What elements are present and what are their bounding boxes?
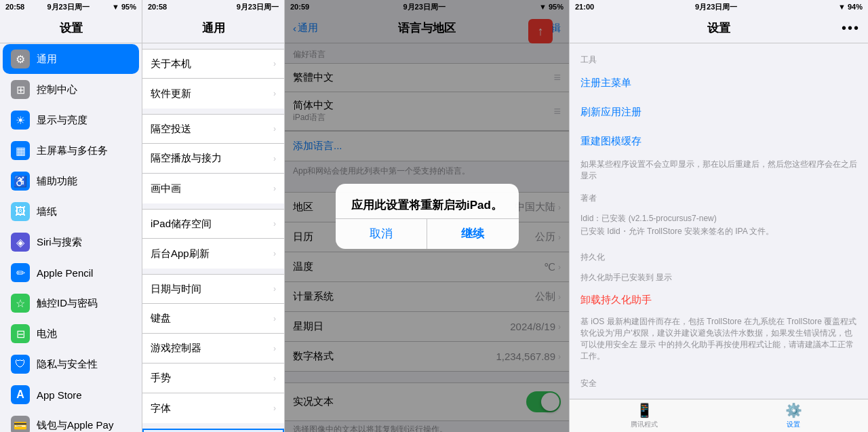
storage-chevron: › xyxy=(273,219,276,229)
general-label: 通用 xyxy=(37,53,134,66)
uninstall-persist-button[interactable]: 卸载持久化助手 xyxy=(570,287,868,313)
item-airdrop[interactable]: 隔空投送 › xyxy=(142,114,284,144)
sidebar-item-homescreen[interactable]: ▦ 主屏幕与多任务 xyxy=(3,136,139,165)
sidebar-item-wallet[interactable]: 💳 钱包与Apple Pay xyxy=(3,410,139,432)
item-gamecontroller[interactable]: 游戏控制器 › xyxy=(142,334,284,364)
item-pip[interactable]: 画中画 › xyxy=(142,174,284,203)
panel1-settings: 20:58 9月23日周一 ▼ 95% 设置 ⚙ 通用 ⊞ 控制中心 ☀ 显示与… xyxy=(0,0,142,432)
tab-settings[interactable]: ⚙️ 设置 xyxy=(719,402,868,429)
sidebar-item-display[interactable]: ☀ 显示与亮度 xyxy=(3,105,139,135)
date-panel4: 9月23日周一 xyxy=(695,2,737,12)
time-panel1: 20:58 xyxy=(5,3,24,11)
fonts-label: 字体 xyxy=(151,402,273,415)
about-chevron: › xyxy=(273,59,276,68)
sidebar-item-wallpaper[interactable]: 🖼 墙纸 xyxy=(3,197,139,227)
privacy-icon: 🛡 xyxy=(11,355,30,374)
wallpaper-label: 墙纸 xyxy=(37,205,134,218)
panel2-general: 20:58 9月23日周一 通用 关于本机 › 软件更新 › 隔空投送 › 隔空… xyxy=(142,0,285,432)
dialog-title: 应用此设置将重新启动iPad。 xyxy=(336,184,519,218)
apps-tab-icon: 📱 xyxy=(636,402,653,418)
persist-desc: 基 iOS 最新构建固件而存在，包括 TrollStore 在九系统在 Trol… xyxy=(570,313,868,367)
rebuild-cache-button[interactable]: 重建图模缓存 xyxy=(570,127,868,156)
pip-chevron: › xyxy=(273,184,276,193)
panel2-nav-header: 通用 xyxy=(142,14,284,43)
item-keyboard[interactable]: 键盘 › xyxy=(142,304,284,334)
more-options-icon[interactable]: ••• xyxy=(842,20,860,36)
applepencil-icon: ✏ xyxy=(11,263,30,282)
dialog-cancel-button[interactable]: 取消 xyxy=(336,219,428,249)
rebuild-label: 重建图模缓存 xyxy=(580,135,857,148)
persist-section-label: 持久化 xyxy=(570,246,868,266)
time-panel2: 20:58 xyxy=(148,3,167,11)
tab-apps[interactable]: 📱 腾讯程式 xyxy=(570,402,719,429)
item-about[interactable]: 关于本机 › xyxy=(142,49,284,79)
storage-label: iPad储存空间 xyxy=(151,218,273,231)
section-storage: iPad储存空间 › 后台App刷新 › xyxy=(142,209,284,269)
refresh-apps-button[interactable]: 刷新应用注册 xyxy=(570,98,868,127)
sidebar-item-privacy[interactable]: 🛡 隐私与安全性 xyxy=(3,349,139,379)
accessibility-icon: ♿ xyxy=(11,172,30,191)
security-section: 安全 启用 URL Scheme 显示安装确认提示 始终 (推荐） 启用 URL… xyxy=(570,372,868,399)
bgrefresh-chevron: › xyxy=(273,249,276,258)
author-info: Idid：已安装 (v2.1.5-procursus7-new) 已安装 Idi… xyxy=(570,207,868,241)
item-language[interactable]: 语言与地区 › xyxy=(142,429,284,432)
security-section-label: 安全 xyxy=(570,372,868,392)
ldid-label: Idid：已安装 (v2.1.5-procursus7-new) xyxy=(580,212,857,225)
wallet-label: 钱包与Apple Pay xyxy=(37,419,134,432)
item-storage[interactable]: iPad储存空间 › xyxy=(142,209,284,239)
item-gestures[interactable]: 手势 › xyxy=(142,364,284,393)
panel4-content: 工具 注册主菜单 刷新应用注册 重建图模缓存 如果某些程序设置不会立即显示，那在… xyxy=(570,43,868,399)
panel4-nav-header: 设置 ••• xyxy=(570,14,868,43)
software-chevron: › xyxy=(273,89,276,98)
status-bar-panel4: 21:00 9月23日周一 ▼ 94% xyxy=(570,0,868,14)
battery-label: 电池 xyxy=(37,328,134,340)
register-menu-button[interactable]: 注册主菜单 xyxy=(570,68,868,98)
date-panel2: 9月23日周一 xyxy=(237,2,279,12)
applepencil-label: Apple Pencil xyxy=(37,267,134,279)
panel1-nav-header: 设置 xyxy=(0,14,142,43)
sidebar-item-applepencil[interactable]: ✏ Apple Pencil xyxy=(3,258,139,288)
panel4-title: 设置 xyxy=(707,20,730,36)
tools-section-label: 工具 xyxy=(570,49,868,68)
display-icon: ☀ xyxy=(11,111,30,130)
keyboard-label: 键盘 xyxy=(151,312,273,325)
sidebar-item-faceid[interactable]: ☆ 触控ID与密码 xyxy=(3,288,139,318)
siri-label: Siri与搜索 xyxy=(37,236,134,249)
status-bar-panel2: 20:58 9月23日周一 xyxy=(142,0,284,14)
sidebar-item-control[interactable]: ⊞ 控制中心 xyxy=(3,75,139,104)
wallpaper-icon: 🖼 xyxy=(11,202,30,221)
sidebar-item-appstore[interactable]: A App Store xyxy=(3,380,139,410)
persist-installed: 持久化助手已安装到 显示 xyxy=(580,271,857,284)
panel4-trollstore: 21:00 9月23日周一 ▼ 94% 设置 ••• 工具 注册主菜单 刷新应用… xyxy=(570,0,868,432)
about-label: 关于本机 xyxy=(151,58,273,71)
pip-label: 画中画 xyxy=(151,182,273,195)
panel1-title: 设置 xyxy=(60,20,83,36)
item-datetime[interactable]: 日期与时间 › xyxy=(142,274,284,304)
sidebar-item-siri[interactable]: ◈ Siri与搜索 xyxy=(3,227,139,257)
dialog-overlay: 应用此设置将重新启动iPad。 取消 继续 xyxy=(285,0,569,432)
gestures-label: 手势 xyxy=(151,372,273,385)
sidebar-item-general[interactable]: ⚙ 通用 xyxy=(3,44,139,74)
software-label: 软件更新 xyxy=(151,87,273,100)
siri-icon: ◈ xyxy=(11,233,30,252)
airdrop-chevron: › xyxy=(273,124,276,134)
refresh-label: 刷新应用注册 xyxy=(580,106,857,119)
register-label: 注册主菜单 xyxy=(580,77,857,90)
dialog-confirm-button[interactable]: 继续 xyxy=(427,219,519,249)
general-icon: ⚙ xyxy=(11,50,30,68)
section-language: 语言与地区 › xyxy=(142,429,284,432)
status-bar-panel1: 20:58 9月23日周一 ▼ 95% xyxy=(0,0,142,14)
item-handoff[interactable]: 隔空播放与接力 › xyxy=(142,144,284,174)
item-bgrefresh[interactable]: 后台App刷新 › xyxy=(142,239,284,269)
homescreen-label: 主屏幕与多任务 xyxy=(37,144,134,157)
panel2-title: 通用 xyxy=(202,20,225,36)
accessibility-label: 辅助功能 xyxy=(37,175,134,188)
rebuild-desc: 如果某些程序设置不会立即显示，那在以后重建后，然后您这些程序会在之后显示 xyxy=(570,156,868,187)
control-label: 控制中心 xyxy=(37,83,134,96)
item-fonts[interactable]: 字体 › xyxy=(142,393,284,423)
persist-section: 持久化 持久化助手已安装到 显示 卸载持久化助手 基 iOS 最新构建固件而存在… xyxy=(570,246,868,367)
sidebar-item-battery[interactable]: ⊟ 电池 xyxy=(3,319,139,349)
sidebar-item-accessibility[interactable]: ♿ 辅助功能 xyxy=(3,166,139,196)
item-software[interactable]: 软件更新 › xyxy=(142,79,284,109)
signal-panel4: ▼ 94% xyxy=(838,3,863,11)
